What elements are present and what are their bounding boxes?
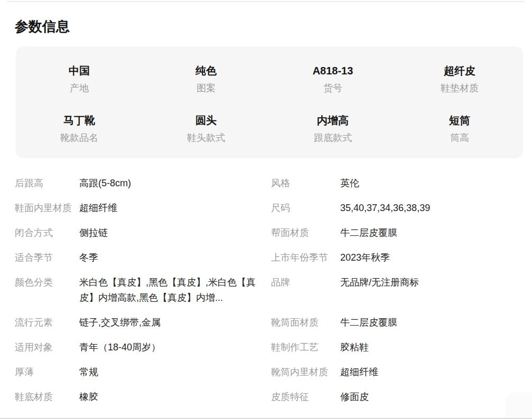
param-row: 鞋底材质 橡胶 皮质特征 修面皮 [15,385,517,410]
param-value: 青年（18-40周岁） [79,340,271,355]
param-label: 鞋面内里材质 [15,201,79,216]
highlight-cell-toe-style: 圆头 鞋头款式 [143,114,269,144]
param-label: 皮质特征 [271,389,340,405]
param-row: 流行元素 链子,交叉绑带,金属 靴筒面材质 牛二层皮覆膜 [15,310,517,335]
param-label: 风格 [271,176,340,191]
highlight-cell-insole-material: 超纤皮 鞋垫材质 [396,64,523,94]
param-value: 牛二层皮覆膜 [340,315,517,330]
param-row: 闭合方式 侧拉链 帮面材质 牛二层皮覆膜 [15,221,517,245]
param-label: 尺码 [271,201,340,216]
param-row: 鞋面内里材质 超细纤维 尺码 35,40,37,34,36,38,39 [15,196,517,221]
param-value: 超细纤维 [79,201,271,216]
param-label: 品牌 [271,275,340,290]
param-label: 靴筒内里材质 [271,365,340,380]
param-label: 鞋制作工艺 [271,340,340,355]
highlight-cell-origin: 中国 产地 [16,64,143,94]
param-label: 产地 [16,82,143,94]
param-label: 后跟高 [15,176,79,191]
product-parameters-panel: 参数信息 中国 产地 纯色 图案 A818-13 货号 超纤皮 鞋垫材质 马丁靴… [0,0,532,419]
highlight-cell-boot-style: 马丁靴 靴款品名 [16,114,143,144]
param-value: 纯色 [143,64,269,77]
param-label: 鞋底材质 [15,389,79,405]
param-value: 中国 [16,64,143,77]
param-row: 厚薄 常规 靴筒内里材质 超细纤维 [15,360,517,385]
param-label: 闭合方式 [15,225,79,241]
param-label: 流行元素 [15,315,79,330]
param-value: A818-13 [269,64,396,77]
param-label: 厚薄 [15,365,79,380]
param-value: 圆头 [143,114,269,127]
param-value: 侧拉链 [79,225,271,241]
param-label: 货号 [269,82,396,94]
param-value: 短筒 [396,114,523,127]
param-value: 超纤皮 [396,64,523,77]
param-label: 跟底款式 [269,132,396,144]
param-row: 后跟高 高跟(5-8cm) 风格 英伦 [15,171,517,196]
param-value: 米白色【真皮】,黑色【真皮】,米白色【真皮】内增高款,黑色【真皮】内增... [79,275,271,306]
param-value: 英伦 [340,176,517,191]
param-value: 内增高 [269,114,396,127]
param-value: 35,40,37,34,36,38,39 [340,201,517,216]
param-label: 帮面材质 [271,225,340,241]
param-value: 2023年秋季 [340,250,517,265]
param-value: 超细纤维 [340,365,517,380]
param-row-color-variants: 颜色分类 米白色【真皮】,黑色【真皮】,米白色【真皮】内增高款,黑色【真皮】内增… [15,270,517,310]
highlight-cell-pattern: 纯色 图案 [143,64,269,94]
highlight-cell-heel-style: 内增高 跟底款式 [269,114,396,144]
page-title: 参数信息 [15,19,532,34]
param-value: 常规 [79,365,271,380]
param-label: 靴款品名 [16,132,143,144]
param-label: 适用对象 [15,340,79,355]
param-label: 鞋头款式 [143,132,269,144]
param-value: 无品牌/无注册商标 [340,275,517,290]
top-divider-line [7,1,525,2]
param-row: 适合季节 冬季 上市年份季节 2023年秋季 [15,245,517,270]
param-value: 修面皮 [340,389,517,405]
faint-corner-widget [506,393,532,419]
param-row: 适用对象 青年（18-40周岁） 鞋制作工艺 胶粘鞋 [15,335,517,360]
param-value: 橡胶 [79,389,271,405]
param-label: 上市年份季节 [271,250,340,265]
param-label: 图案 [143,82,269,94]
param-detail-list: 后跟高 高跟(5-8cm) 风格 英伦 鞋面内里材质 超细纤维 尺码 35,40… [0,171,532,410]
param-value: 高跟(5-8cm) [79,176,271,191]
highlight-params-box: 中国 产地 纯色 图案 A818-13 货号 超纤皮 鞋垫材质 马丁靴 靴款品名… [16,46,523,158]
param-label: 靴筒面材质 [271,315,340,330]
param-value: 牛二层皮覆膜 [340,225,517,241]
highlight-cell-item-number: A818-13 货号 [269,64,396,94]
param-label: 适合季节 [15,250,79,265]
param-value: 马丁靴 [16,114,143,127]
param-value: 胶粘鞋 [340,340,517,355]
highlight-cell-shaft-height: 短筒 筒高 [396,114,523,144]
param-value: 冬季 [79,250,271,265]
param-value: 链子,交叉绑带,金属 [79,315,271,330]
param-label: 颜色分类 [15,275,79,290]
param-label: 筒高 [396,132,523,144]
param-label: 鞋垫材质 [396,82,523,94]
